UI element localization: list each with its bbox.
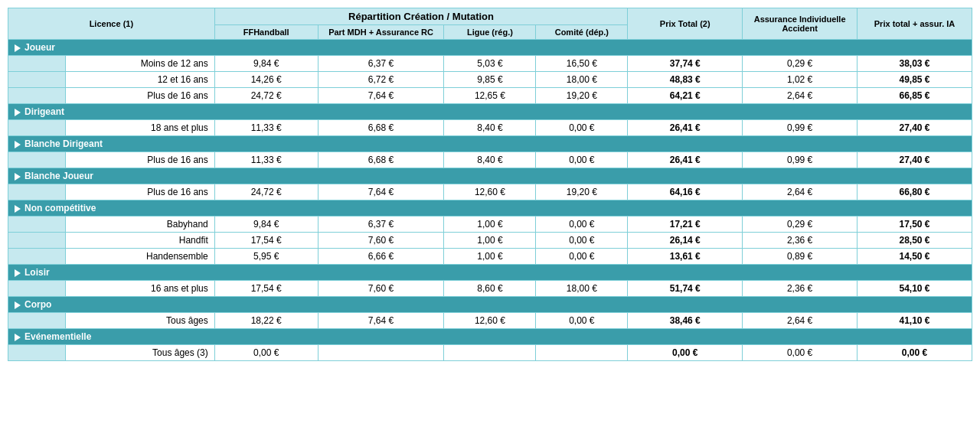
pricing-table: Licence (1) Répartition Création / Mutat… bbox=[8, 8, 972, 361]
indent-cell bbox=[8, 345, 66, 361]
prixtotal-cell: 37,74 € bbox=[628, 56, 743, 72]
expand-icon[interactable] bbox=[15, 334, 21, 341]
partmdh-cell: 7,60 € bbox=[318, 281, 444, 297]
section-label: Dirigeant bbox=[24, 106, 64, 117]
expand-icon[interactable] bbox=[15, 205, 21, 213]
table-row: 12 et 16 ans14,26 €6,72 €9,85 €18,00 €48… bbox=[8, 72, 972, 88]
prixtotalassur-header: Prix total + assur. IA bbox=[858, 8, 972, 40]
row-label: 18 ans et plus bbox=[65, 120, 214, 136]
row-label: Handensemble bbox=[65, 249, 214, 265]
indent-cell bbox=[8, 249, 66, 265]
section-label: Joueur bbox=[24, 42, 55, 53]
expand-icon[interactable] bbox=[15, 301, 21, 309]
row-label: Plus de 16 ans bbox=[65, 88, 214, 104]
ligue-cell: 12,60 € bbox=[444, 313, 536, 329]
section-row: Evénementielle bbox=[8, 329, 972, 345]
row-label: Tous âges bbox=[65, 313, 214, 329]
prixtotal-cell: 64,21 € bbox=[628, 88, 743, 104]
comite-cell bbox=[536, 345, 628, 361]
section-row: Dirigeant bbox=[8, 104, 972, 120]
prixtotal-cell: 26,41 € bbox=[628, 120, 743, 136]
ligue-cell: 1,00 € bbox=[444, 217, 536, 233]
section-row: Joueur bbox=[8, 40, 972, 56]
assurance-cell: 0,99 € bbox=[743, 120, 858, 136]
partmdh-cell: 7,64 € bbox=[318, 184, 444, 200]
indent-cell bbox=[8, 72, 66, 88]
ffhandball-cell: 17,54 € bbox=[214, 281, 318, 297]
prixtotalassur-cell: 38,03 € bbox=[858, 56, 972, 72]
prixtotal-cell: 48,83 € bbox=[628, 72, 743, 88]
table-row: Plus de 16 ans11,33 €6,68 €8,40 €0,00 €2… bbox=[8, 152, 972, 168]
prixtotal-cell: 17,21 € bbox=[628, 217, 743, 233]
partmdh-cell: 6,66 € bbox=[318, 249, 444, 265]
indent-cell bbox=[8, 217, 66, 233]
prixtotalassur-cell: 41,10 € bbox=[858, 313, 972, 329]
table-row: Plus de 16 ans24,72 €7,64 €12,65 €19,20 … bbox=[8, 88, 972, 104]
section-label: Corpo bbox=[24, 299, 51, 310]
expand-icon[interactable] bbox=[15, 173, 21, 181]
ffhandball-cell: 5,95 € bbox=[214, 249, 318, 265]
ligue-cell: 12,60 € bbox=[444, 184, 536, 200]
table-row: 16 ans et plus17,54 €7,60 €8,60 €18,00 €… bbox=[8, 281, 972, 297]
section-label: Loisir bbox=[24, 267, 50, 278]
row-label: 16 ans et plus bbox=[65, 281, 214, 297]
assurance-cell: 2,36 € bbox=[743, 233, 858, 249]
ffhandball-cell: 9,84 € bbox=[214, 217, 318, 233]
prixtotal-cell: 64,16 € bbox=[628, 184, 743, 200]
prixtotalassur-cell: 17,50 € bbox=[858, 217, 972, 233]
assurance-cell: 2,64 € bbox=[743, 88, 858, 104]
comite-cell: 0,00 € bbox=[536, 313, 628, 329]
assurance-cell: 1,02 € bbox=[743, 72, 858, 88]
prixtotal-header: Prix Total (2) bbox=[628, 8, 743, 40]
indent-cell bbox=[8, 184, 66, 200]
ligue-cell: 9,85 € bbox=[444, 72, 536, 88]
section-label: Evénementielle bbox=[24, 331, 91, 342]
row-label: 12 et 16 ans bbox=[65, 72, 214, 88]
ffhandball-cell: 11,33 € bbox=[214, 120, 318, 136]
prixtotalassur-cell: 49,85 € bbox=[858, 72, 972, 88]
table-row: Tous âges18,22 €7,64 €12,60 €0,00 €38,46… bbox=[8, 313, 972, 329]
prixtotalassur-cell: 66,85 € bbox=[858, 88, 972, 104]
section-row: Loisir bbox=[8, 265, 972, 281]
indent-cell bbox=[8, 120, 66, 136]
prixtotalassur-cell: 27,40 € bbox=[858, 152, 972, 168]
expand-icon[interactable] bbox=[15, 269, 21, 277]
ffhandball-cell: 14,26 € bbox=[214, 72, 318, 88]
prixtotalassur-cell: 54,10 € bbox=[858, 281, 972, 297]
ffhandball-header: FFHandball bbox=[214, 25, 318, 40]
row-label: Moins de 12 ans bbox=[65, 56, 214, 72]
comite-cell: 18,00 € bbox=[536, 281, 628, 297]
ffhandball-cell: 24,72 € bbox=[214, 184, 318, 200]
licence-header: Licence (1) bbox=[8, 8, 215, 40]
section-label: Blanche Dirigeant bbox=[24, 138, 103, 149]
ffhandball-cell: 9,84 € bbox=[214, 56, 318, 72]
prixtotal-cell: 51,74 € bbox=[628, 281, 743, 297]
assurance-cell: 2,64 € bbox=[743, 313, 858, 329]
assurance-cell: 0,99 € bbox=[743, 152, 858, 168]
assurance-cell: 0,29 € bbox=[743, 217, 858, 233]
prixtotal-cell: 0,00 € bbox=[628, 345, 743, 361]
table-row: Plus de 16 ans24,72 €7,64 €12,60 €19,20 … bbox=[8, 184, 972, 200]
indent-cell bbox=[8, 281, 66, 297]
partmdh-cell: 6,68 € bbox=[318, 120, 444, 136]
expand-icon[interactable] bbox=[15, 141, 21, 148]
prixtotalassur-cell: 27,40 € bbox=[858, 120, 972, 136]
prixtotalassur-cell: 28,50 € bbox=[858, 233, 972, 249]
table-row: Tous âges (3)0,00 €0,00 €0,00 €0,00 € bbox=[8, 345, 972, 361]
expand-icon[interactable] bbox=[15, 109, 21, 116]
section-label: Blanche Joueur bbox=[24, 171, 93, 181]
prixtotalassur-cell: 66,80 € bbox=[858, 184, 972, 200]
assurance-cell: 0,00 € bbox=[743, 345, 858, 361]
ffhandball-cell: 0,00 € bbox=[214, 345, 318, 361]
ffhandball-cell: 11,33 € bbox=[214, 152, 318, 168]
partmdh-cell: 6,72 € bbox=[318, 72, 444, 88]
comite-cell: 0,00 € bbox=[536, 217, 628, 233]
expand-icon[interactable] bbox=[15, 44, 21, 52]
comite-cell: 0,00 € bbox=[536, 120, 628, 136]
repartition-header: Répartition Création / Mutation bbox=[214, 8, 628, 25]
ligue-cell: 8,40 € bbox=[444, 120, 536, 136]
table-row: Handfit17,54 €7,60 €1,00 €0,00 €26,14 €2… bbox=[8, 233, 972, 249]
ligue-cell: 8,40 € bbox=[444, 152, 536, 168]
partmdh-cell: 6,37 € bbox=[318, 56, 444, 72]
partmdh-cell: 6,68 € bbox=[318, 152, 444, 168]
